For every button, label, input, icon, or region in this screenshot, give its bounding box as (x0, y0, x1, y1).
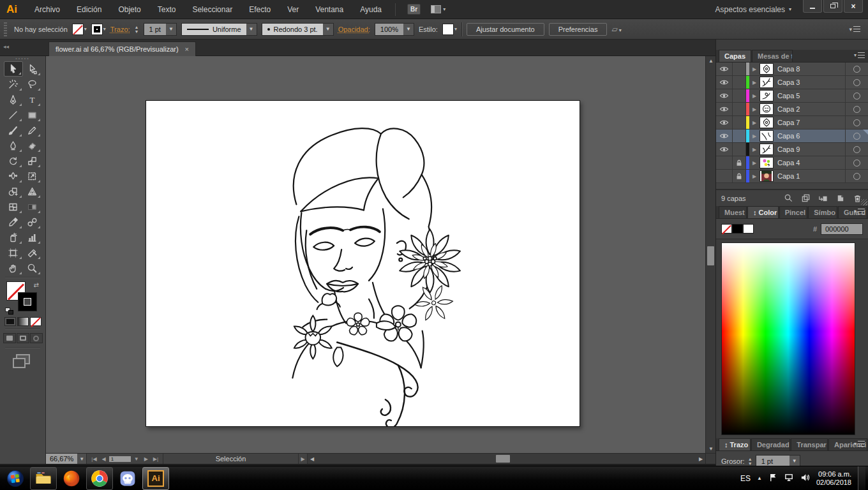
width-tool[interactable] (4, 168, 23, 184)
scale-tool[interactable] (23, 153, 42, 168)
preferences-button[interactable]: Preferencias (549, 23, 608, 36)
blob-brush-tool[interactable] (4, 138, 23, 153)
opacity-label[interactable]: Opacidad: (338, 26, 370, 33)
rectangle-tool[interactable] (23, 107, 42, 122)
artboard[interactable] (146, 100, 580, 427)
expand-triangle-icon[interactable]: ▶ (749, 133, 760, 139)
default-fill-stroke-icon[interactable] (5, 308, 13, 315)
pen-tool[interactable] (4, 92, 23, 107)
layer-row-capa-1[interactable]: ▶Capa 1 (716, 170, 868, 183)
zoom-level-combo[interactable]: 66,67%▼ (46, 454, 87, 464)
stroke-label[interactable]: Trazo: (110, 26, 130, 33)
visibility-eye-icon[interactable] (716, 103, 733, 115)
isolate-selected-icon[interactable]: ▱ ▾ (611, 25, 621, 34)
stroke-color-picker[interactable]: ▾ (91, 24, 106, 35)
layer-name[interactable]: Capa 3 (777, 78, 845, 86)
layer-thumbnail[interactable] (760, 157, 774, 168)
weight-stepper[interactable]: ▲▼ (748, 457, 752, 466)
next-artboard-icon[interactable]: ▶ (142, 456, 150, 462)
panel-tab-color[interactable]: ↕Color (747, 206, 779, 218)
layer-name[interactable]: Capa 5 (777, 92, 845, 100)
visibility-eye-icon[interactable] (716, 89, 733, 102)
taskbar-start-icon[interactable] (2, 467, 29, 490)
perspective-grid-tool[interactable] (23, 184, 42, 199)
taskbar-illustrator-icon[interactable]: Ai (142, 467, 169, 490)
visibility-eye-icon[interactable] (716, 63, 733, 75)
menu-item-ver[interactable]: Ver (279, 0, 307, 19)
selection-tool[interactable] (4, 61, 23, 77)
action-center-flag-icon[interactable] (768, 473, 778, 484)
layer-thumbnail[interactable] (760, 90, 774, 101)
expand-triangle-icon[interactable]: ▶ (749, 160, 760, 166)
panel-expand-icon[interactable]: ↕ (724, 441, 728, 449)
scroll-up-icon[interactable]: ▲ (706, 56, 716, 65)
panel-drag-strip[interactable]: ••••• (0, 56, 45, 61)
pencil-tool[interactable] (23, 122, 42, 138)
eyedropper-tool[interactable] (4, 214, 23, 230)
color-spectrum[interactable] (721, 242, 855, 435)
taskbar-chrome-icon[interactable] (86, 467, 113, 490)
shape-builder-tool[interactable] (4, 184, 23, 199)
layer-name[interactable]: Capa 6 (777, 132, 845, 140)
close-document-icon[interactable]: × (185, 45, 189, 53)
eraser-tool[interactable] (23, 138, 42, 153)
panel-menu-icon[interactable]: ▾ (854, 209, 865, 214)
layer-thumbnail[interactable] (760, 117, 774, 128)
panel-menu-icon[interactable]: ▾ (854, 441, 865, 447)
menu-item-archivo[interactable]: Archivo (26, 0, 68, 19)
panel-tab-mesas-de-trabajo[interactable]: Mesas de trabajo (752, 50, 793, 62)
mesh-tool[interactable] (4, 199, 23, 214)
panel-tab-trazo[interactable]: ↕Trazo (719, 438, 751, 450)
scroll-left-icon[interactable]: ◀ (308, 454, 317, 464)
prev-artboard-icon[interactable]: ◀ (100, 456, 108, 462)
scroll-down-icon[interactable]: ▼ (706, 444, 716, 453)
panel-tab-muest[interactable]: Muest (719, 206, 747, 218)
target-circle-icon[interactable] (845, 63, 868, 75)
target-circle-icon[interactable] (845, 76, 868, 89)
layer-name[interactable]: Capa 2 (777, 105, 845, 113)
expand-triangle-icon[interactable]: ▶ (749, 80, 760, 85)
new-sublayer-icon[interactable] (818, 193, 828, 203)
stroke-width-combo[interactable]: 1 pt▼ (144, 23, 177, 36)
layer-name[interactable]: Capa 8 (777, 65, 845, 73)
collapse-dock-icon[interactable]: ◂◂ (3, 43, 9, 50)
draw-inside-button[interactable] (30, 333, 43, 343)
symbol-sprayer-tool[interactable] (4, 230, 23, 245)
layer-name[interactable]: Capa 9 (777, 145, 845, 153)
rotate-tool[interactable] (4, 153, 23, 168)
new-layer-icon[interactable] (835, 193, 846, 203)
layer-row-capa-9[interactable]: ▶Capa 9 (716, 143, 868, 156)
fill-stroke-control[interactable]: ⇄ (5, 281, 40, 315)
minimize-button[interactable] (803, 0, 822, 13)
first-artboard-icon[interactable]: |◀ (89, 456, 98, 462)
close-button[interactable]: × (844, 0, 863, 13)
document-tab[interactable]: flower.ai al 66,67% (RGB/Previsualizar) … (49, 41, 196, 56)
clipping-mask-icon[interactable] (800, 193, 811, 203)
lock-icon[interactable] (733, 103, 746, 115)
lasso-tool[interactable] (23, 77, 42, 92)
stroke-indicator-black[interactable] (18, 292, 37, 311)
expand-triangle-icon[interactable]: ▶ (749, 120, 760, 126)
lock-icon[interactable] (733, 170, 746, 182)
panel-tab-pincel[interactable]: Pincel (779, 206, 808, 218)
draw-behind-button[interactable] (17, 333, 29, 343)
target-circle-icon[interactable] (845, 116, 868, 129)
column-graph-tool[interactable] (23, 230, 42, 245)
line-segment-tool[interactable] (4, 107, 23, 122)
artboard-tool[interactable] (4, 245, 23, 260)
magic-wand-tool[interactable] (4, 77, 23, 92)
target-circle-icon[interactable] (845, 156, 868, 169)
network-icon[interactable] (784, 473, 794, 484)
lock-icon[interactable] (733, 143, 746, 156)
visibility-eye-icon[interactable] (716, 156, 733, 169)
hidden-icons-icon[interactable]: ▲ (757, 475, 762, 481)
locate-object-icon[interactable] (783, 193, 794, 203)
free-transform-tool[interactable] (23, 168, 42, 184)
style-picker[interactable]: ▾ (442, 24, 457, 35)
lock-icon[interactable] (733, 89, 746, 102)
bridge-button[interactable]: Br (407, 4, 421, 15)
layer-name[interactable]: Capa 1 (777, 172, 845, 180)
slice-tool[interactable] (23, 245, 42, 260)
zoom-tool[interactable] (23, 260, 42, 276)
visibility-eye-icon[interactable] (716, 130, 733, 142)
